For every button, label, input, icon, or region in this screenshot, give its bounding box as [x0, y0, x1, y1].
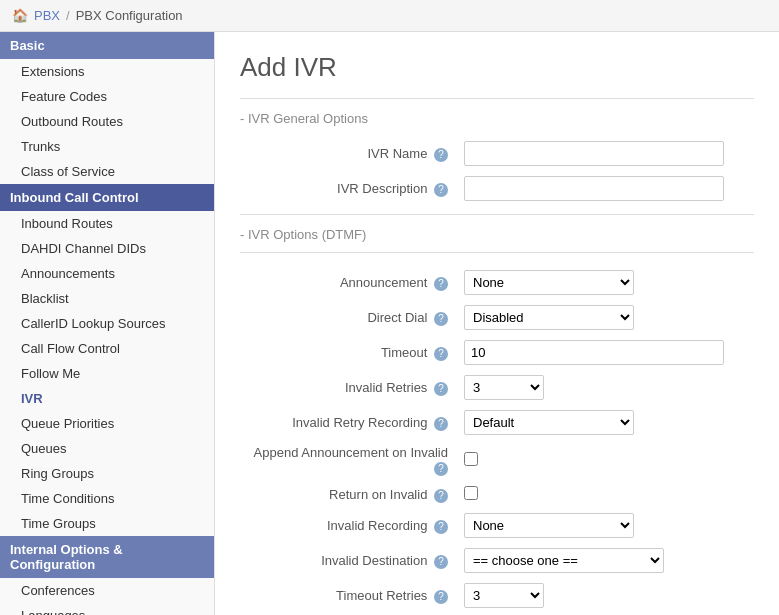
timeout-help-icon[interactable]: ? — [434, 347, 448, 361]
append-announcement-checkbox[interactable] — [464, 452, 478, 466]
ivr-description-row: IVR Description ? — [240, 171, 754, 206]
sidebar-item-trunks[interactable]: Trunks — [0, 134, 214, 159]
home-icon: 🏠 — [12, 8, 28, 23]
sidebar-item-callerid-lookup-sources[interactable]: CallerID Lookup Sources — [0, 311, 214, 336]
timeout-input[interactable] — [464, 340, 724, 365]
sidebar-item-queue-priorities[interactable]: Queue Priorities — [0, 411, 214, 436]
invalid-destination-row: Invalid Destination ? == choose one == — [240, 543, 754, 578]
invalid-retry-recording-label: Invalid Retry Recording ? — [240, 405, 460, 440]
sidebar-item-follow-me[interactable]: Follow Me — [0, 361, 214, 386]
ivr-name-row: IVR Name ? — [240, 136, 754, 171]
sidebar-item-conferences[interactable]: Conferences — [0, 578, 214, 603]
invalid-recording-select[interactable]: None — [464, 513, 634, 538]
sidebar-group-inbound-call-control[interactable]: Inbound Call Control — [0, 184, 214, 211]
dtmf-divider — [240, 252, 754, 253]
invalid-recording-row: Invalid Recording ? None — [240, 508, 754, 543]
timeout-retries-label: Timeout Retries ? — [240, 578, 460, 613]
sidebar: Basic Extensions Feature Codes Outbound … — [0, 32, 215, 615]
invalid-retry-recording-row: Invalid Retry Recording ? Default — [240, 405, 754, 440]
breadcrumb: 🏠 PBX / PBX Configuration — [0, 0, 779, 32]
invalid-retries-label: Invalid Retries ? — [240, 370, 460, 405]
sidebar-item-ivr[interactable]: IVR — [0, 386, 214, 411]
invalid-retries-help-icon[interactable]: ? — [434, 382, 448, 396]
sidebar-item-blacklist[interactable]: Blacklist — [0, 286, 214, 311]
timeout-retries-help-icon[interactable]: ? — [434, 590, 448, 604]
timeout-retries-row: Timeout Retries ? 3 — [240, 578, 754, 613]
sidebar-item-call-flow-control[interactable]: Call Flow Control — [0, 336, 214, 361]
invalid-retries-select[interactable]: 3 — [464, 375, 544, 400]
invalid-retry-recording-help-icon[interactable]: ? — [434, 417, 448, 431]
ivr-name-input[interactable] — [464, 141, 724, 166]
return-on-invalid-help-icon[interactable]: ? — [434, 489, 448, 503]
return-on-invalid-checkbox[interactable] — [464, 486, 478, 500]
sidebar-item-ring-groups[interactable]: Ring Groups — [0, 461, 214, 486]
append-announcement-label: Append Announcement on Invalid ? — [240, 440, 460, 481]
breadcrumb-current: PBX Configuration — [76, 8, 183, 23]
sidebar-item-outbound-routes[interactable]: Outbound Routes — [0, 109, 214, 134]
invalid-retry-recording-select[interactable]: Default — [464, 410, 634, 435]
ivr-description-label: IVR Description ? — [240, 171, 460, 206]
dtmf-options-label: - IVR Options (DTMF) — [240, 227, 754, 242]
append-announcement-row: Append Announcement on Invalid ? — [240, 440, 754, 481]
ivr-description-input[interactable] — [464, 176, 724, 201]
invalid-recording-help-icon[interactable]: ? — [434, 520, 448, 534]
timeout-retries-select[interactable]: 3 — [464, 583, 544, 608]
sidebar-item-dahdi-channel-dids[interactable]: DAHDI Channel DIDs — [0, 236, 214, 261]
announcement-select[interactable]: None — [464, 270, 634, 295]
sidebar-item-feature-codes[interactable]: Feature Codes — [0, 84, 214, 109]
invalid-destination-help-icon[interactable]: ? — [434, 555, 448, 569]
page-title: Add IVR — [240, 52, 754, 83]
direct-dial-label: Direct Dial ? — [240, 300, 460, 335]
sidebar-item-queues[interactable]: Queues — [0, 436, 214, 461]
append-announcement-help-icon[interactable]: ? — [434, 462, 448, 476]
direct-dial-help-icon[interactable]: ? — [434, 312, 448, 326]
ivr-name-help-icon[interactable]: ? — [434, 148, 448, 162]
form-general: IVR Name ? IVR Description ? — [240, 136, 754, 206]
options-divider — [240, 214, 754, 215]
sidebar-item-time-conditions[interactable]: Time Conditions — [0, 486, 214, 511]
ivr-description-help-icon[interactable]: ? — [434, 183, 448, 197]
invalid-recording-label: Invalid Recording ? — [240, 508, 460, 543]
direct-dial-select[interactable]: Disabled — [464, 305, 634, 330]
breadcrumb-separator: / — [66, 8, 70, 23]
timeout-label: Timeout ? — [240, 335, 460, 370]
invalid-retries-row: Invalid Retries ? 3 — [240, 370, 754, 405]
announcement-label: Announcement ? — [240, 265, 460, 300]
title-divider — [240, 98, 754, 99]
sidebar-item-inbound-routes[interactable]: Inbound Routes — [0, 211, 214, 236]
general-options-label: - IVR General Options — [240, 111, 754, 126]
main-content: Add IVR - IVR General Options IVR Name ?… — [215, 32, 779, 615]
sidebar-item-announcements[interactable]: Announcements — [0, 261, 214, 286]
return-on-invalid-label: Return on Invalid ? — [240, 481, 460, 508]
announcement-help-icon[interactable]: ? — [434, 277, 448, 291]
timeout-row: Timeout ? — [240, 335, 754, 370]
sidebar-item-languages[interactable]: Languages — [0, 603, 214, 615]
ivr-name-label: IVR Name ? — [240, 136, 460, 171]
form-options: Announcement ? None Direct Dial ? Disabl… — [240, 265, 754, 615]
return-on-invalid-row: Return on Invalid ? — [240, 481, 754, 508]
announcement-row: Announcement ? None — [240, 265, 754, 300]
sidebar-item-time-groups[interactable]: Time Groups — [0, 511, 214, 536]
breadcrumb-pbx-link[interactable]: PBX — [34, 8, 60, 23]
direct-dial-row: Direct Dial ? Disabled — [240, 300, 754, 335]
sidebar-group-internal-options[interactable]: Internal Options & Configuration — [0, 536, 214, 578]
sidebar-item-class-of-service[interactable]: Class of Service — [0, 159, 214, 184]
sidebar-group-basic[interactable]: Basic — [0, 32, 214, 59]
sidebar-item-extensions[interactable]: Extensions — [0, 59, 214, 84]
invalid-destination-label: Invalid Destination ? — [240, 543, 460, 578]
invalid-destination-select[interactable]: == choose one == — [464, 548, 664, 573]
